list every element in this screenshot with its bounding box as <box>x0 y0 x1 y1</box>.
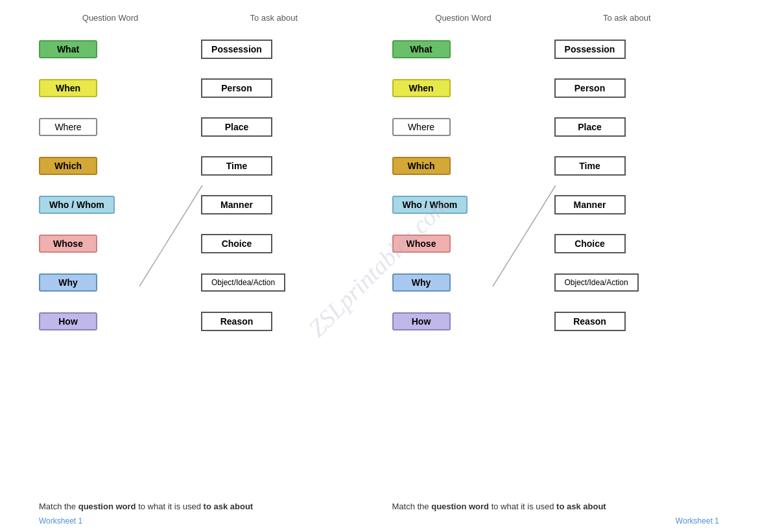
ask-reason-left[interactable]: Reason <box>201 312 272 331</box>
ask-manner-right[interactable]: Manner <box>554 195 626 214</box>
list-item: Why <box>39 266 182 299</box>
qword-whose-left[interactable]: Whose <box>39 235 97 253</box>
list-item: Which <box>392 149 535 183</box>
list-item: Where <box>392 110 535 144</box>
qword-what-right[interactable]: What <box>392 40 451 58</box>
list-item: Whose <box>392 227 535 260</box>
ask-object-left[interactable]: Object/Idea/Action <box>201 273 285 292</box>
list-item: Place <box>201 110 272 144</box>
qword-who-right[interactable]: Who / Whom <box>392 196 468 214</box>
qword-when-left[interactable]: When <box>39 79 97 97</box>
list-item: Choice <box>554 227 626 260</box>
worksheet-label-right: Worksheet 1 <box>392 516 720 526</box>
list-item: What <box>39 32 182 66</box>
col-ask-header-right: To ask about <box>535 13 720 26</box>
qword-why-left[interactable]: Why <box>39 273 97 292</box>
qword-how-left[interactable]: How <box>39 312 97 330</box>
list-item: Object/Idea/Action <box>201 266 285 299</box>
list-item: How <box>39 305 182 338</box>
qword-who-left[interactable]: Who / Whom <box>39 196 115 214</box>
col-question-header-right: Question Word <box>392 13 535 26</box>
list-item: Which <box>39 149 182 183</box>
list-item: Manner <box>201 188 272 222</box>
ask-reason-right[interactable]: Reason <box>554 312 626 331</box>
list-item: Manner <box>554 188 626 222</box>
qword-whose-right[interactable]: Whose <box>392 235 451 253</box>
list-item: Whose <box>39 227 182 260</box>
question-words-right: What When Where Which Who / Whom <box>392 32 535 492</box>
list-item: What <box>392 32 535 66</box>
list-item: Person <box>201 71 272 105</box>
qword-how-right[interactable]: How <box>392 312 451 330</box>
list-item: Who / Whom <box>392 188 535 222</box>
qword-why-right[interactable]: Why <box>392 273 451 292</box>
list-item: Who / Whom <box>39 188 182 222</box>
list-item: When <box>39 71 182 105</box>
list-item: Possession <box>554 32 626 66</box>
list-item: Person <box>554 71 626 105</box>
headers-row-right: Question Word To ask about <box>392 13 720 26</box>
ask-person-left[interactable]: Person <box>201 78 272 98</box>
worksheets-container: Question Word To ask about What When <box>39 13 719 526</box>
ask-choice-right[interactable]: Choice <box>554 234 626 253</box>
matching-area-left: What When Where Which Who / Whom <box>39 32 366 492</box>
worksheet-right: Question Word To ask about What When Whe… <box>392 13 720 526</box>
qword-when-right[interactable]: When <box>392 79 451 97</box>
qword-which-right[interactable]: Which <box>392 157 451 175</box>
ask-about-left: Possession Person Place Time Manner <box>182 32 366 492</box>
headers-row-left: Question Word To ask about <box>39 13 366 26</box>
worksheet-left: Question Word To ask about What When <box>39 13 366 526</box>
ask-choice-left[interactable]: Choice <box>201 234 272 253</box>
list-item: Where <box>39 110 182 144</box>
list-item: Reason <box>554 305 626 338</box>
list-item: Time <box>201 149 272 183</box>
list-item: Place <box>554 110 626 144</box>
list-item: Possession <box>201 32 272 66</box>
ask-manner-left[interactable]: Manner <box>201 195 272 214</box>
list-item: Reason <box>201 305 272 338</box>
ask-possession-right[interactable]: Possession <box>554 40 626 59</box>
col-question-header-left: Question Word <box>39 13 182 26</box>
ask-object-right[interactable]: Object/Idea/Action <box>554 273 639 292</box>
ask-place-left[interactable]: Place <box>201 117 272 137</box>
ask-possession-left[interactable]: Possession <box>201 40 272 59</box>
list-item: Object/Idea/Action <box>554 266 639 299</box>
ask-time-right[interactable]: Time <box>554 156 626 176</box>
qword-where-left[interactable]: Where <box>39 118 97 136</box>
ask-place-right[interactable]: Place <box>554 117 626 137</box>
qword-where-right[interactable]: Where <box>392 118 451 136</box>
qword-what-left[interactable]: What <box>39 40 97 58</box>
ask-about-right: Possession Person Place Time Manner <box>535 32 720 492</box>
footer-text-right: Match the question word to what it is us… <box>392 502 720 511</box>
list-item: Why <box>392 266 535 299</box>
qword-which-left[interactable]: Which <box>39 157 97 175</box>
list-item: Time <box>554 149 626 183</box>
ask-time-left[interactable]: Time <box>201 156 272 176</box>
col-ask-header-left: To ask about <box>182 13 366 26</box>
question-words-left: What When Where Which Who / Whom <box>39 32 182 492</box>
list-item: Choice <box>201 227 272 260</box>
list-item: How <box>392 305 535 338</box>
matching-area-right: What When Where Which Who / Whom <box>392 32 720 492</box>
ask-person-right[interactable]: Person <box>554 78 626 98</box>
worksheet-label-left: Worksheet 1 <box>39 516 366 526</box>
list-item: When <box>392 71 535 105</box>
page: ZSLprintables.com Question Word To ask a… <box>0 0 758 532</box>
footer-text-left: Match the question word to what it is us… <box>39 502 366 511</box>
